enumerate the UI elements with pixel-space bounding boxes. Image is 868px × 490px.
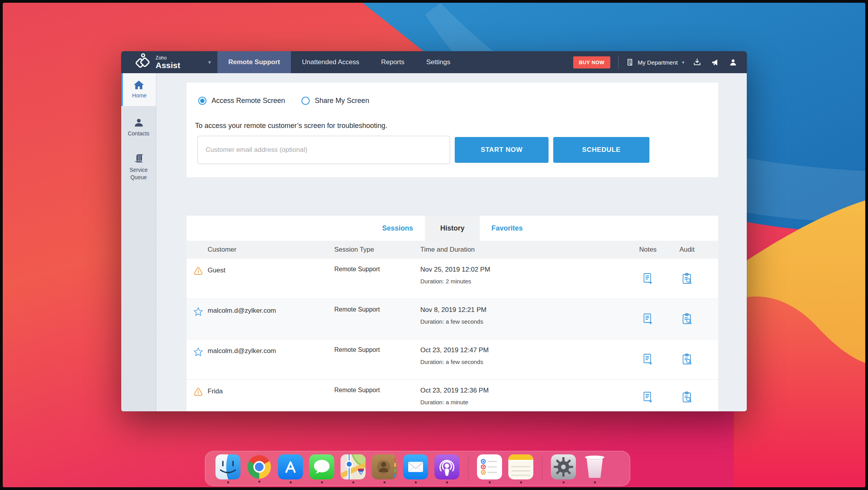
- radio-share-label: Share My Screen: [315, 97, 369, 105]
- schedule-button[interactable]: SCHEDULE: [553, 137, 649, 163]
- radio-share-my-screen[interactable]: Share My Screen: [301, 97, 369, 105]
- main-content: Access Remote Screen Share My Screen To …: [156, 73, 747, 411]
- session-time: Oct 23, 2019 12:47 PM: [420, 346, 628, 354]
- running-indicator: [594, 481, 596, 483]
- dock-separator: [468, 455, 468, 481]
- running-indicator: [563, 481, 565, 483]
- table-row[interactable]: Guest Remote Support Nov 25, 2019 12:02 …: [187, 259, 718, 299]
- add-note-button[interactable]: [628, 391, 667, 403]
- main-nav-tabs: Remote Support Unattended Access Reports…: [217, 51, 461, 73]
- session-type: Remote Support: [334, 380, 420, 394]
- running-indicator: [321, 481, 323, 483]
- table-row[interactable]: malcolm.d@zylker.com Remote Support Nov …: [187, 299, 718, 339]
- dock-notes-icon[interactable]: [508, 454, 533, 483]
- customer-name: malcolm.d@zylker.com: [208, 339, 334, 355]
- sidebar-item-label: Contacts: [128, 130, 149, 137]
- tab-favorites[interactable]: Favorites: [480, 216, 534, 241]
- tab-history[interactable]: History: [425, 216, 480, 241]
- running-indicator: [520, 481, 522, 483]
- table-row[interactable]: Frida Remote Support Oct 23, 2019 12:36 …: [187, 380, 718, 411]
- dock-messages-icon[interactable]: [309, 454, 334, 483]
- session-duration: Duration: a minute: [420, 399, 628, 405]
- zoho-assist-logo: Zoho Assist: [121, 51, 202, 73]
- nav-tab-unattended-access[interactable]: Unattended Access: [291, 51, 370, 73]
- col-time-duration: Time and Duration: [420, 246, 628, 254]
- department-label: My Department: [638, 59, 678, 66]
- radio-selected-icon: [198, 97, 206, 105]
- home-icon: [133, 80, 144, 90]
- running-indicator: [352, 481, 354, 483]
- sidebar-item-home[interactable]: Home: [121, 73, 156, 106]
- running-indicator: [446, 481, 448, 483]
- zoho-assist-window: Zoho Assist ▾ Remote Support Unattended …: [121, 51, 747, 411]
- start-now-button[interactable]: START NOW: [455, 137, 549, 163]
- col-session-type: Session Type: [334, 246, 420, 254]
- add-note-button[interactable]: [628, 353, 667, 365]
- buy-now-button[interactable]: BUY NOW: [573, 56, 610, 68]
- zoho-assist-logo-icon: [135, 53, 152, 72]
- session-type: Remote Support: [334, 299, 420, 313]
- col-notes: Notes: [628, 246, 667, 254]
- dock-mail-icon[interactable]: [403, 454, 428, 483]
- running-indicator: [258, 481, 260, 483]
- table-row[interactable]: malcolm.d@zylker.com Remote Support Oct …: [187, 339, 718, 380]
- app-switcher-chevron-icon[interactable]: ▾: [202, 51, 217, 73]
- session-duration: Duration: 2 minutes: [420, 278, 628, 285]
- department-selector[interactable]: My Department ▾: [626, 58, 684, 66]
- customer-name: Frida: [208, 380, 334, 395]
- macos-dock: 280: [205, 451, 630, 486]
- dock-finder-icon[interactable]: [215, 454, 240, 483]
- view-audit-button[interactable]: [667, 273, 707, 285]
- session-type: Remote Support: [334, 339, 420, 353]
- service-queue-icon: [133, 153, 145, 164]
- dock-separator: [542, 455, 542, 481]
- dock-contacts-icon[interactable]: [372, 454, 397, 483]
- view-audit-button[interactable]: [667, 353, 707, 365]
- session-time: Nov 8, 2019 12:21 PM: [420, 306, 628, 314]
- sidebar-item-service-queue[interactable]: Service Queue: [121, 148, 156, 186]
- dock-system-preferences-icon[interactable]: [551, 454, 576, 483]
- nav-tab-reports[interactable]: Reports: [370, 51, 416, 73]
- dock-reminders-icon[interactable]: [477, 454, 502, 483]
- col-customer: Customer: [208, 246, 334, 254]
- radio-access-remote-screen[interactable]: Access Remote Screen: [198, 97, 285, 105]
- session-time: Oct 23, 2019 12:36 PM: [420, 387, 628, 395]
- running-indicator: [489, 481, 491, 483]
- sidebar-item-label: Service Queue: [121, 166, 156, 181]
- navbar-right-cluster: BUY NOW My Department ▾: [573, 51, 747, 73]
- announcement-icon[interactable]: [710, 57, 720, 67]
- session-duration: Duration: a few seconds: [420, 358, 628, 365]
- view-audit-button[interactable]: [667, 313, 707, 325]
- add-note-button[interactable]: [628, 273, 667, 285]
- dock-maps-icon[interactable]: 280: [341, 454, 366, 483]
- app-navbar: Zoho Assist ▾ Remote Support Unattended …: [121, 51, 747, 73]
- dock-chrome-icon[interactable]: [247, 454, 272, 483]
- add-note-button[interactable]: [628, 313, 667, 325]
- left-sidebar: Home Contacts: [121, 73, 156, 411]
- col-audit: Audit: [667, 246, 707, 254]
- desktop-screen: Zoho Assist ▾ Remote Support Unattended …: [0, 0, 868, 490]
- alert-icon: [194, 267, 203, 275]
- sidebar-item-contacts[interactable]: Contacts: [121, 112, 156, 142]
- customer-email-input[interactable]: [197, 136, 450, 164]
- radio-unselected-icon: [301, 97, 310, 105]
- dock-podcasts-icon[interactable]: [434, 454, 459, 483]
- nav-tab-remote-support[interactable]: Remote Support: [217, 51, 291, 73]
- department-chevron-icon: ▾: [682, 60, 684, 65]
- view-audit-button[interactable]: [667, 391, 707, 403]
- running-indicator: [290, 481, 292, 483]
- download-icon[interactable]: [692, 57, 702, 67]
- running-indicator: [415, 481, 417, 483]
- user-account-icon[interactable]: [728, 57, 738, 67]
- radio-access-label: Access Remote Screen: [212, 97, 285, 105]
- history-tabs: Sessions History Favorites: [187, 216, 718, 241]
- dock-trash-icon[interactable]: [582, 454, 607, 483]
- session-start-card: Access Remote Screen Share My Screen To …: [187, 83, 718, 177]
- nav-tab-settings[interactable]: Settings: [415, 51, 461, 73]
- alert-icon: [194, 387, 203, 396]
- favorite-star-icon: [194, 307, 203, 316]
- tab-sessions[interactable]: Sessions: [370, 216, 425, 241]
- session-duration: Duration: a few seconds: [420, 318, 628, 325]
- sidebar-item-label: Home: [132, 92, 147, 99]
- dock-app-store-icon[interactable]: [278, 454, 303, 483]
